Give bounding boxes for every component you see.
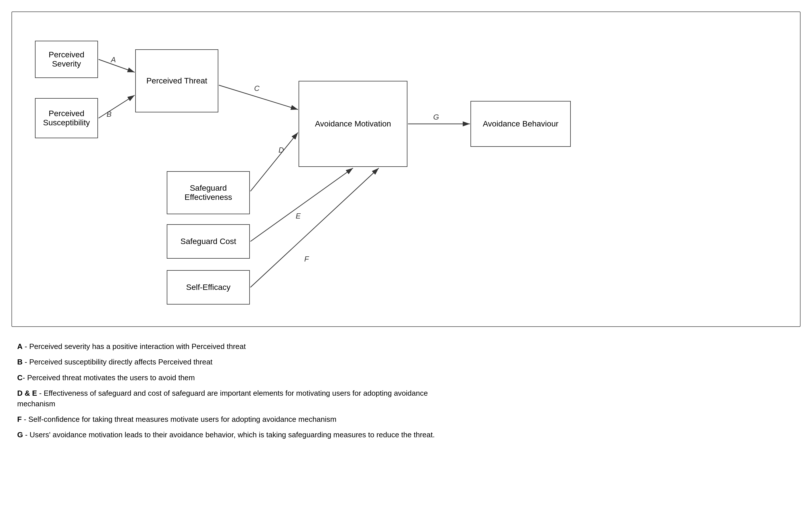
legend-key-f: F xyxy=(17,415,22,424)
legend-text-g: - Users' avoidance motivation leads to t… xyxy=(23,430,435,439)
legend-text-de: - Effectiveness of safeguard and cost of… xyxy=(17,389,428,408)
node-safeguard-effectiveness: SafeguardEffectiveness xyxy=(167,171,250,214)
legend-item-b: B - Perceived susceptibility directly af… xyxy=(17,357,795,367)
legend-text-c: - Perceived threat motivates the users t… xyxy=(23,373,195,382)
svg-text:A: A xyxy=(110,55,116,64)
svg-text:F: F xyxy=(304,254,310,263)
legend-text-b: - Perceived susceptibility directly affe… xyxy=(23,357,212,366)
svg-line-5 xyxy=(219,85,298,110)
legend-item-a: A - Perceived severity has a positive in… xyxy=(17,341,795,352)
arrows-svg: A B C D E F xyxy=(12,12,800,326)
svg-text:C: C xyxy=(254,84,260,92)
legend: A - Perceived severity has a positive in… xyxy=(11,341,801,440)
node-avoidance-behaviour: Avoidance Behaviour xyxy=(470,101,571,147)
node-safeguard-cost: Safeguard Cost xyxy=(167,224,250,259)
node-susceptibility-label: PerceivedSusceptibility xyxy=(43,109,90,127)
svg-text:B: B xyxy=(107,110,112,118)
svg-line-9 xyxy=(251,168,353,241)
legend-key-g: G xyxy=(17,430,23,439)
node-avoidance-behaviour-label: Avoidance Behaviour xyxy=(483,119,558,129)
legend-key-b: B xyxy=(17,357,23,366)
legend-key-a: A xyxy=(17,342,23,351)
node-self-efficacy: Self-Efficacy xyxy=(167,270,250,304)
node-safeguard-cost-label: Safeguard Cost xyxy=(180,237,236,246)
legend-item-c: C- Perceived threat motivates the users … xyxy=(17,373,795,383)
node-safeguard-eff-label: SafeguardEffectiveness xyxy=(184,184,232,202)
svg-line-3 xyxy=(98,95,135,118)
node-threat: Perceived Threat xyxy=(135,49,218,112)
legend-text-a: - Perceived severity has a positive inte… xyxy=(23,342,246,351)
svg-line-11 xyxy=(251,168,379,287)
svg-text:E: E xyxy=(296,212,301,220)
legend-text-f: - Self-confidence for taking threat meas… xyxy=(22,415,337,424)
node-severity: PerceivedSeverity xyxy=(35,41,98,78)
node-severity-label: PerceivedSeverity xyxy=(49,50,85,69)
node-susceptibility: PerceivedSusceptibility xyxy=(35,98,98,138)
legend-item-g: G - Users' avoidance motivation leads to… xyxy=(17,430,795,440)
svg-line-1 xyxy=(98,59,135,72)
diagram-box: PerceivedSeverity PerceivedSusceptibilit… xyxy=(11,11,801,327)
legend-key-c: C xyxy=(17,373,23,382)
legend-key-de: D & E xyxy=(17,389,37,398)
legend-item-f: F - Self-confidence for taking threat me… xyxy=(17,414,795,424)
node-avoidance-motivation: Avoidance Motivation xyxy=(298,81,407,167)
legend-item-de: D & E - Effectiveness of safeguard and c… xyxy=(17,388,795,409)
svg-text:D: D xyxy=(279,146,284,154)
svg-text:G: G xyxy=(433,113,439,121)
svg-line-7 xyxy=(251,133,298,191)
node-avoidance-motivation-label: Avoidance Motivation xyxy=(315,119,391,129)
main-container: PerceivedSeverity PerceivedSusceptibilit… xyxy=(11,11,801,440)
node-threat-label: Perceived Threat xyxy=(146,76,207,85)
node-self-efficacy-label: Self-Efficacy xyxy=(186,283,230,292)
